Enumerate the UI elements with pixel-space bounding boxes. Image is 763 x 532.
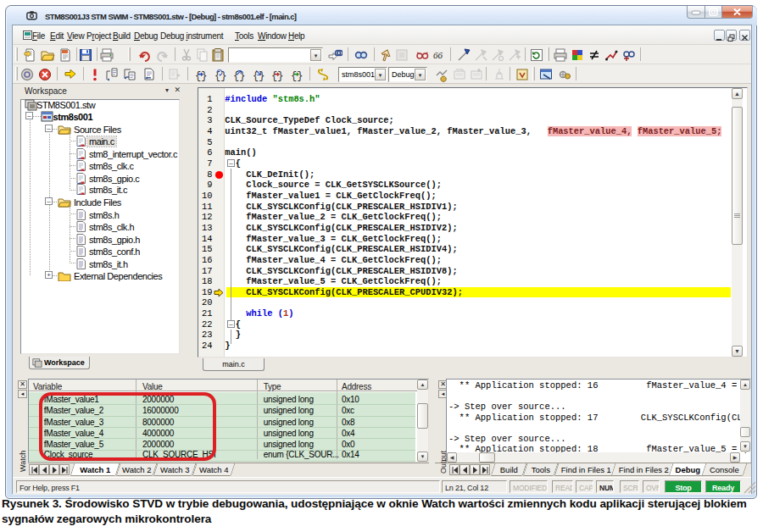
svg-text:66: 66 (433, 50, 443, 60)
svg-text:{}: {} (233, 69, 245, 81)
svg-text:{}: {} (214, 69, 226, 81)
svg-text:{}: {} (253, 69, 265, 81)
